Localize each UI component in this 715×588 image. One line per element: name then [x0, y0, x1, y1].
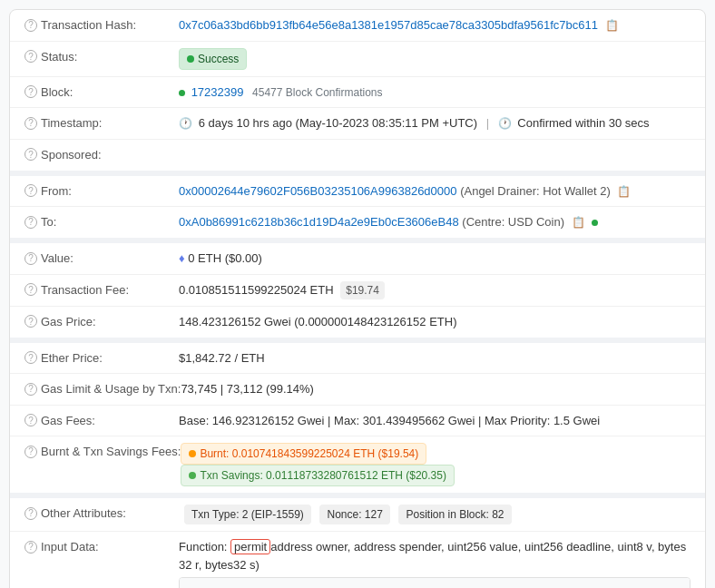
- help-icon-gas-price[interactable]: ?: [24, 315, 37, 328]
- nonce-badge: Nonce: 127: [319, 505, 389, 524]
- burnt-badge: Burnt: 0.010741843599225024 ETH ($19.54): [181, 443, 426, 465]
- row-to: ? To: 0xA0b86991c6218b36c1d19D4a2e9Eb0cE…: [10, 207, 705, 238]
- block-number-link[interactable]: 17232399: [191, 85, 244, 99]
- value-to: 0xA0b86991c6218b36c1d19D4a2e9Eb0cE3606eB…: [179, 213, 691, 231]
- help-icon-input[interactable]: ?: [24, 541, 37, 554]
- help-icon-ether-price[interactable]: ?: [24, 351, 37, 364]
- copy-from-icon[interactable]: 📋: [617, 183, 631, 200]
- help-icon-block[interactable]: ?: [24, 85, 37, 98]
- row-gas-fees: ? Gas Fees: Base: 146.923126152 Gwei | M…: [10, 406, 705, 437]
- help-icon-timestamp[interactable]: ?: [24, 117, 37, 130]
- row-timestamp: ? Timestamp: 🕐 6 days 10 hrs ago (May-10…: [10, 108, 705, 140]
- label-ether-price: ? Ether Price:: [24, 349, 179, 365]
- row-sponsored: ? Sponsored:: [10, 140, 705, 171]
- help-icon-gas-limit[interactable]: ?: [24, 383, 37, 396]
- txn-type-badge: Txn Type: 2 (EIP-1559): [184, 505, 311, 524]
- clock-icon: 🕐: [179, 117, 192, 130]
- label-to: ? To:: [24, 213, 179, 229]
- row-transaction-hash: ? Transaction Hash: 0x7c06a33bd6bb913fb6…: [10, 10, 705, 42]
- help-icon-sponsored[interactable]: ?: [24, 148, 37, 161]
- label-gas-limit: ? Gas Limit & Usage by Txn:: [24, 380, 181, 396]
- value-input-data: Function: permitaddress owner, address s…: [179, 538, 691, 588]
- verified-dot: [592, 220, 598, 226]
- value-gas-fees: Base: 146.923126152 Gwei | Max: 301.4394…: [179, 412, 691, 430]
- to-label: (Centre: USD Coin): [462, 215, 564, 229]
- row-ether-price: ? Ether Price: $1,842.72 / ETH: [10, 343, 705, 375]
- clock-icon-2: 🕐: [498, 117, 512, 130]
- help-icon-gas-fees[interactable]: ?: [24, 414, 37, 426]
- section-value: ? Value: ♦ 0 ETH ($0.00) ? Transaction F…: [10, 243, 705, 338]
- eth-icon: ♦: [179, 251, 185, 265]
- hash-link[interactable]: 0x7c06a33bd6bb913fb64e56e8a1381e1957d85c…: [179, 18, 598, 32]
- help-icon-other[interactable]: ?: [24, 507, 37, 520]
- label-transaction-fee: ? Transaction Fee:: [24, 281, 179, 297]
- help-icon-burnt[interactable]: ?: [24, 446, 37, 458]
- row-status: ? Status: Success: [10, 42, 705, 77]
- value-transaction-hash: 0x7c06a33bd6bb913fb64e56e8a1381e1957d85c…: [179, 16, 691, 34]
- row-from: ? From: 0x00002644e79602F056B03235106A99…: [10, 176, 705, 208]
- value-timestamp: 🕐 6 days 10 hrs ago (May-10-2023 08:35:1…: [179, 114, 691, 132]
- value-gas-limit: 73,745 | 73,112 (99.14%): [181, 380, 691, 398]
- section-addresses: ? From: 0x00002644e79602F056B03235106A99…: [10, 176, 705, 239]
- row-input-data: ? Input Data: Function: permitaddress ow…: [10, 532, 705, 588]
- function-signature: Function: permitaddress owner, address s…: [179, 538, 691, 573]
- label-other-attributes: ? Other Attributes:: [24, 505, 179, 520]
- help-icon-from[interactable]: ?: [24, 184, 37, 197]
- label-sponsored: ? Sponsored:: [24, 146, 179, 162]
- value-gas-price: 148.423126152 Gwei (0.000000148423126152…: [179, 313, 691, 331]
- row-block: ? Block: 17232399 45477 Block Confirmati…: [10, 77, 705, 109]
- success-dot: [187, 55, 194, 63]
- input-data-box[interactable]: MethodID: 0xd505accf [0]: 00000000000000…: [179, 577, 691, 588]
- value-eth: ♦ 0 ETH ($0.00): [179, 250, 691, 268]
- value-from: 0x00002644e79602F056B03235106A9963826d00…: [179, 182, 691, 201]
- label-from: ? From:: [24, 182, 179, 198]
- value-burnt-fees: Burnt: 0.010741843599225024 ETH ($19.54)…: [181, 443, 691, 486]
- transaction-details-panel: ? Transaction Hash: 0x7c06a33bd6bb913fb6…: [9, 9, 706, 588]
- row-gas-price: ? Gas Price: 148.423126152 Gwei (0.00000…: [10, 307, 705, 338]
- label-input-data: ? Input Data:: [24, 538, 179, 554]
- help-icon-to[interactable]: ?: [24, 216, 37, 229]
- row-value: ? Value: ♦ 0 ETH ($0.00): [10, 243, 705, 275]
- help-icon-hash[interactable]: ?: [24, 19, 37, 32]
- permit-highlight: permit: [230, 539, 270, 554]
- label-gas-fees: ? Gas Fees:: [24, 412, 179, 427]
- label-value: ? Value:: [24, 250, 179, 265]
- row-transaction-fee: ? Transaction Fee: 0.010851511599225024 …: [10, 275, 705, 307]
- help-icon-fee[interactable]: ?: [24, 283, 37, 296]
- value-transaction-fee: 0.010851511599225024 ETH $19.74: [179, 281, 691, 299]
- from-label: (Angel Drainer: Hot Wallet 2): [460, 184, 611, 198]
- from-address-link[interactable]: 0x00002644e79602F056B03235106A9963826d00…: [179, 184, 457, 198]
- copy-to-icon[interactable]: 📋: [572, 214, 585, 230]
- value-other-attributes: Txn Type: 2 (EIP-1559) Nonce: 127 Positi…: [179, 505, 691, 524]
- block-green-dot: [179, 90, 185, 96]
- position-badge: Position in Block: 82: [398, 505, 511, 524]
- label-status: ? Status:: [24, 48, 179, 64]
- to-address-link[interactable]: 0xA0b86991c6218b36c1d19D4a2e9Eb0cE3606eB…: [179, 215, 459, 229]
- label-burnt-fees: ? Burnt & Txn Savings Fees:: [24, 443, 181, 458]
- row-burnt-fees: ? Burnt & Txn Savings Fees: Burnt: 0.010…: [10, 436, 705, 493]
- row-gas-limit: ? Gas Limit & Usage by Txn: 73,745 | 73,…: [10, 374, 705, 406]
- section-basic: ? Transaction Hash: 0x7c06a33bd6bb913fb6…: [10, 10, 705, 171]
- label-timestamp: ? Timestamp:: [24, 114, 179, 130]
- status-badge: Success: [179, 48, 247, 70]
- label-block: ? Block:: [24, 83, 179, 99]
- fee-usd-tag: $19.74: [340, 281, 385, 299]
- label-transaction-hash: ? Transaction Hash:: [24, 16, 179, 32]
- section-other: ? Other Attributes: Txn Type: 2 (EIP-155…: [10, 498, 705, 588]
- value-block: 17232399 45477 Block Confirmations: [179, 83, 691, 102]
- value-status: Success: [179, 48, 691, 70]
- help-icon-status[interactable]: ?: [24, 50, 37, 63]
- section-gas: ? Ether Price: $1,842.72 / ETH ? Gas Lim…: [10, 343, 705, 494]
- row-other-attributes: ? Other Attributes: Txn Type: 2 (EIP-155…: [10, 498, 705, 532]
- label-gas-price: ? Gas Price:: [24, 313, 179, 328]
- orange-dot: [189, 450, 196, 457]
- copy-hash-icon[interactable]: 📋: [605, 17, 619, 34]
- value-ether-price: $1,842.72 / ETH: [179, 349, 691, 368]
- block-confirmations: 45477 Block Confirmations: [252, 86, 382, 99]
- green-dot: [189, 472, 196, 479]
- help-icon-value[interactable]: ?: [24, 252, 37, 265]
- savings-badge: Txn Savings: 0.011187332807615​12 ETH ($…: [181, 465, 455, 486]
